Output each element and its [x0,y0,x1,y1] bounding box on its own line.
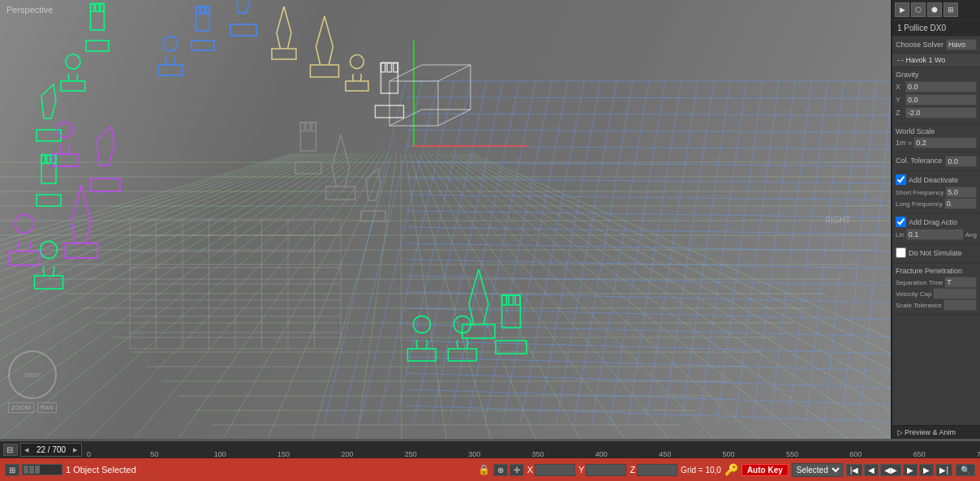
do-not-simulate-checkbox[interactable] [896,247,906,258]
add-drag-label: Add Drag Actio [909,218,957,226]
add-drag-checkbox[interactable] [896,217,906,227]
simulate-section: Do Not Simulate [892,244,980,264]
z-coord: Z [630,464,677,476]
object-selected-text: 1 Object Selected [66,465,136,475]
timeline-frame-container: ◂ 22 / 700 ▸ [20,443,82,457]
long-frequency-input[interactable] [944,198,977,209]
fracture-label: Fracture Penetration [896,267,977,275]
z-coord-input[interactable] [637,464,677,476]
toolbar-icon-3[interactable]: ⬢ [927,2,942,17]
fracture-section: Fracture Penetration Separation Time Vel… [892,264,980,315]
ruler-inner: 0501001502002503003504004505005506006507… [87,442,977,458]
choose-solver-label: Choose Solver [896,41,943,49]
toolbar-icon-4[interactable]: ⊞ [943,2,958,17]
lock-icon: 🔒 [478,464,490,475]
search-button[interactable]: 🔍 [956,464,975,476]
do-not-simulate-label: Do Not Simulate [909,249,962,257]
ruler-mark-500: 500 [723,450,735,458]
cursor-icon-1[interactable]: ⊕ [493,464,508,476]
toolbar-icon-1[interactable]: ▶ [895,2,909,17]
velocity-cap-input[interactable] [933,288,977,299]
gravity-y-row: Y [896,94,977,105]
world-scale-section: World Scale 1m = [892,124,980,152]
short-frequency-input[interactable] [945,187,977,198]
gravity-z-input[interactable] [905,107,977,118]
play-button[interactable]: ▶ [903,464,918,476]
triangle-icon: ▷ [897,428,903,436]
y-coord-label: Y [578,465,584,475]
main-layout: Perspective ORBIT ↑ ↓ ZOOM PAN RIGHT [0,0,980,481]
statusbar-icon-1[interactable]: ⊞ [5,464,19,476]
gravity-y-input[interactable] [905,94,977,105]
scene-canvas [0,0,891,439]
gravity-section: Gravity X Y Z [892,67,980,124]
scroll-right-btn[interactable]: ▸ [73,444,78,455]
x-coord-input[interactable] [535,464,575,476]
ruler-mark-0: 0 [87,450,91,458]
separation-time-label: Separation Time [896,279,943,286]
choose-solver-input[interactable] [946,39,977,50]
prev-start-button[interactable]: |◀ [846,464,863,476]
ruler-mark-400: 400 [595,450,608,458]
auto-key-button[interactable]: Auto Key [741,464,789,476]
minus-icon: - [897,56,900,64]
selected-dropdown[interactable]: Selected [792,463,843,477]
prev-frame-button[interactable]: ◀ [864,464,879,476]
long-freq-row: Long Frequency [896,198,977,209]
cursor-icon-2[interactable]: ✛ [509,464,524,476]
ruler-mark-250: 250 [405,450,417,458]
choose-solver-row: Choose Solver [892,37,980,54]
ruler-mark-300: 300 [468,450,480,458]
add-drag-row: Add Drag Actio [896,217,977,227]
add-deactivate-row: Add Deactivate [896,174,977,185]
world-scale-input[interactable] [913,137,977,148]
add-deactivate-label: Add Deactivate [909,176,958,184]
timeline-icon-1: ⊟ [6,445,13,454]
havok-header-text: - Havok 1 Wo [901,56,945,64]
scroll-left-btn[interactable]: ◂ [24,444,29,455]
scale-tolerance-label: Scale Tolerance [896,302,942,309]
y-coord: Y [578,464,626,476]
y-coord-input[interactable] [586,464,626,476]
col-tolerance-input[interactable] [945,156,977,167]
x-coord: X [527,464,575,476]
frame-display: 22 / 700 [31,445,71,454]
separation-time-input[interactable] [944,277,977,288]
ruler-mark-550: 550 [786,450,798,458]
gravity-x-input[interactable] [905,81,977,92]
toolbar-icon-2[interactable]: ⬡ [911,2,926,17]
world-scale-row: 1m = [896,137,977,148]
x-label: X [896,83,904,91]
scale-tolerance-input[interactable] [943,299,977,311]
drag-lin-input[interactable] [906,229,964,240]
separation-time-row: Separation Time [896,277,977,288]
play-back-button[interactable]: ◀▶ [880,464,901,476]
world-scale-label: World Scale [896,127,977,135]
ruler-mark-450: 450 [659,450,671,458]
z-coord-label: Z [630,465,635,475]
ruler-mark-600: 600 [849,450,862,458]
statusbar-cursor-icons: ⊕ ✛ [493,464,524,476]
havok-header: - - Havok 1 Wo [892,54,980,67]
right-toolbar: ▶ ⬡ ⬢ ⊞ [892,0,980,20]
add-deactivate-checkbox[interactable] [896,174,906,185]
viewport[interactable]: Perspective ORBIT ↑ ↓ ZOOM PAN RIGHT [0,0,891,439]
short-frequency-label: Short Frequency [896,189,943,196]
drag-lin-label: Lin [896,231,905,238]
long-frequency-label: Long Frequency [896,200,943,208]
preview-button[interactable]: ▷ Preview & Anim [892,425,980,439]
next-end-button[interactable]: ▶| [935,464,952,476]
timeline-icons[interactable]: ⊟ [3,444,18,456]
top-area: Perspective ORBIT ↑ ↓ ZOOM PAN RIGHT [0,0,980,439]
spacer [892,315,980,425]
short-freq-row: Short Frequency [896,187,977,198]
next-frame-button[interactable]: ▶ [919,464,934,476]
col-tolerance-label: Col. Tolerance [896,157,942,165]
drag-section: Add Drag Actio Lin Ang [892,213,980,244]
ruler-mark-200: 200 [341,450,353,458]
statusbar-right: 🔒 ⊕ ✛ X Y Z Grid = 10,0 [478,463,975,477]
gravity-label: Gravity [896,71,977,79]
ruler-area: ⊟ ◂ 22 / 700 ▸ 0501001502002503003504004… [0,440,980,458]
timeline-controls: ⊟ ◂ 22 / 700 ▸ [3,443,87,457]
ruler-mark-350: 350 [532,450,544,458]
